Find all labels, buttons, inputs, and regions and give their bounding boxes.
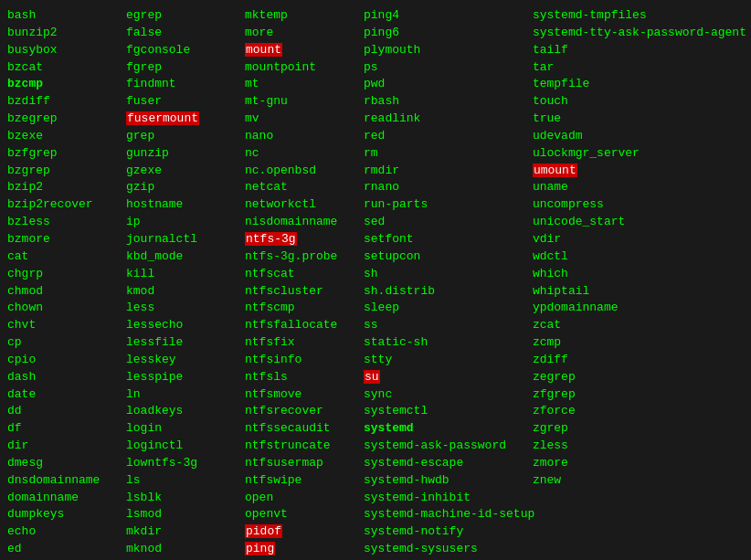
list-item: bzegrep — [7, 111, 126, 128]
list-item: fuser — [126, 93, 245, 111]
list-item: ntfsusermap — [245, 455, 364, 472]
list-item: ping4 — [364, 7, 533, 25]
list-item: whiptail — [533, 283, 744, 301]
list-item: tempfile — [533, 76, 744, 93]
list-item: kill — [126, 266, 245, 283]
list-item: kbd_mode — [126, 248, 245, 266]
list-item: zcmp — [533, 334, 744, 352]
list-item: sleep — [364, 300, 533, 317]
list-item: readlink — [364, 111, 533, 128]
list-item: mv — [245, 111, 364, 128]
list-item: ps — [364, 59, 533, 77]
list-item: mknod — [126, 541, 245, 558]
list-item: nano — [245, 128, 364, 145]
list-item: ntfscmp — [245, 300, 364, 317]
list-item: tar — [533, 59, 744, 77]
list-item: bzgrep — [7, 163, 126, 180]
list-item: grep — [126, 128, 245, 145]
list-item: which — [533, 266, 744, 283]
list-item: fgconsole — [126, 42, 245, 59]
list-item: gunzip — [126, 145, 245, 163]
list-item: ping — [245, 541, 364, 558]
list-item: loadkeys — [126, 403, 245, 420]
list-item: mount — [245, 42, 364, 59]
list-item: bash — [7, 7, 126, 25]
list-item: openvt — [245, 506, 364, 523]
list-item: cp — [7, 334, 126, 352]
list-item: ss — [364, 317, 533, 334]
list-item: df — [7, 420, 126, 438]
list-item: egrep — [126, 7, 245, 25]
list-item: setupcon — [364, 248, 533, 266]
list-item: login — [126, 420, 245, 438]
list-item: fgrep — [126, 59, 245, 77]
list-item: tailf — [533, 42, 744, 59]
list-item: ntfsinfo — [245, 352, 364, 369]
list-item: systemd-hwdb — [364, 472, 533, 490]
list-item: chown — [7, 300, 126, 317]
list-item: ls — [126, 472, 245, 490]
list-item: dmesg — [7, 455, 126, 472]
list-item: ntfstruncate — [245, 438, 364, 455]
list-item: cat — [7, 248, 126, 266]
list-item: systemd-notify — [364, 523, 533, 541]
list-item: findmnt — [126, 76, 245, 93]
columns-row: bash bunzip2 busybox bzcat bzcmp bzdiff … — [7, 7, 744, 558]
list-item: mktemp — [245, 7, 364, 25]
list-item: dnsdomainname — [7, 472, 126, 490]
list-item: stty — [364, 352, 533, 369]
list-item: mkdir — [126, 523, 245, 541]
list-item: ip — [126, 214, 245, 231]
list-item: ed — [7, 541, 126, 558]
list-item: networkctl — [245, 196, 364, 214]
list-item: sh — [364, 266, 533, 283]
list-item: lesskey — [126, 352, 245, 369]
list-item: domainname — [7, 490, 126, 507]
list-item: chgrp — [7, 266, 126, 283]
list-item: bzexe — [7, 128, 126, 145]
list-item: mt — [245, 76, 364, 93]
column-3: mktemp more mount mountpoint mt mt-gnu m… — [245, 7, 364, 558]
list-item: systemd-tmpfiles — [533, 7, 744, 25]
terminal: bash bunzip2 busybox bzcat bzcmp bzdiff … — [7, 7, 744, 560]
list-item: bzless — [7, 214, 126, 231]
list-item: ln — [126, 386, 245, 404]
list-item: netcat — [245, 179, 364, 196]
list-item: znew — [533, 472, 744, 490]
list-item: touch — [533, 93, 744, 111]
list-item: true — [533, 111, 744, 128]
list-item: lessfile — [126, 334, 245, 352]
list-item: ntfsmove — [245, 386, 364, 404]
list-item: echo — [7, 523, 126, 541]
list-item: bzcmp — [7, 76, 126, 93]
list-item: lsblk — [126, 490, 245, 507]
list-item: uncompress — [533, 196, 744, 214]
column-1: bash bunzip2 busybox bzcat bzcmp bzdiff … — [7, 7, 126, 558]
list-item: ntfs-3g.probe — [245, 248, 364, 266]
list-item: mt-gnu — [245, 93, 364, 111]
list-item: zless — [533, 438, 744, 455]
list-item: false — [126, 25, 245, 42]
list-item: bzmore — [7, 231, 126, 248]
list-item: unicode_start — [533, 214, 744, 231]
list-item: lsmod — [126, 506, 245, 523]
list-item: dir — [7, 438, 126, 455]
list-item: rmdir — [364, 163, 533, 180]
list-item: kmod — [126, 283, 245, 301]
list-item: su — [364, 369, 533, 386]
list-item: dumpkeys — [7, 506, 126, 523]
list-item: pwd — [364, 76, 533, 93]
list-item: hostname — [126, 196, 245, 214]
list-item: ntfscat — [245, 266, 364, 283]
list-item: pidof — [245, 523, 364, 541]
list-item: uname — [533, 179, 744, 196]
list-item: ntfsfallocate — [245, 317, 364, 334]
list-item: ntfsfix — [245, 334, 364, 352]
list-item: nc.openbsd — [245, 163, 364, 180]
column-5: systemd-tmpfiles systemd-tty-ask-passwor… — [533, 7, 744, 558]
list-item: more — [245, 25, 364, 42]
list-item: zforce — [533, 403, 744, 420]
list-item: dash — [7, 369, 126, 386]
list-item: busybox — [7, 42, 126, 59]
list-item: ypdomainname — [533, 300, 744, 317]
